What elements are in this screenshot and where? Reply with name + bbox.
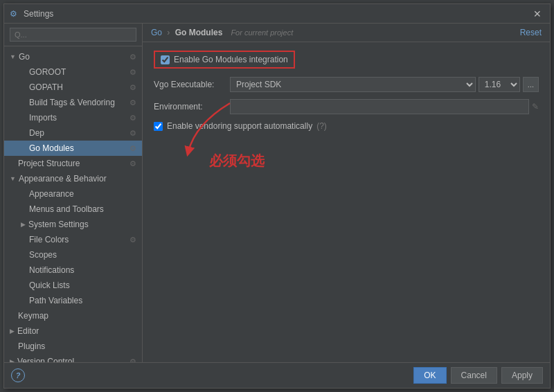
apply-button[interactable]: Apply: [501, 367, 543, 384]
vgo-label: Vgo Executable:: [154, 80, 230, 89]
sidebar-item-label: Dep: [29, 128, 44, 138]
gear-icon: ⚙: [129, 53, 136, 62]
sidebar-item-label: GOPATH: [29, 82, 63, 92]
content-area: ▼ Go⚙GOROOT⚙GOPATH⚙Build Tags & Vendorin…: [4, 24, 550, 362]
sidebar-item-keymap[interactable]: Keymap: [4, 308, 142, 323]
enable-modules-highlight: Enable Go Modules integration: [154, 51, 295, 69]
cancel-button[interactable]: Cancel: [451, 367, 497, 384]
sidebar-item-label: Editor: [17, 326, 39, 336]
vendoring-help-icon[interactable]: (?): [316, 121, 327, 131]
tree-container: ▼ Go⚙GOROOT⚙GOPATH⚙Build Tags & Vendorin…: [4, 46, 142, 362]
sidebar-item-label: Appearance & Behavior: [19, 174, 107, 184]
sidebar-item-quick-lists[interactable]: Quick Lists: [4, 278, 142, 293]
sidebar-item-notifications[interactable]: Notifications: [4, 262, 142, 278]
left-panel: ▼ Go⚙GOROOT⚙GOPATH⚙Build Tags & Vendorin…: [4, 24, 143, 362]
sidebar-item-go[interactable]: ▼ Go⚙: [4, 49, 142, 64]
sidebar-item-imports[interactable]: Imports⚙: [4, 110, 142, 125]
gear-icon: ⚙: [129, 235, 136, 244]
sidebar-item-label: Project Structure: [18, 159, 80, 168]
reset-button[interactable]: Reset: [520, 28, 542, 37]
right-content: Enable Go Modules integration Vgo Execut…: [143, 42, 550, 362]
gear-icon: ⚙: [129, 114, 136, 123]
sidebar-item-label: Notifications: [29, 265, 74, 275]
gear-icon: ⚙: [129, 68, 136, 77]
sidebar-item-scopes[interactable]: Scopes: [4, 247, 142, 262]
sidebar-item-label: File Colors: [29, 235, 69, 244]
environment-input-container: ✎: [230, 99, 539, 114]
sidebar-item-label: GOROOT: [29, 67, 66, 77]
sidebar-item-label: Go Modules: [29, 143, 74, 153]
enable-vendoring-checkbox[interactable]: [154, 122, 163, 131]
breadcrumb-go[interactable]: Go: [151, 28, 162, 37]
sidebar-item-dep[interactable]: Dep⚙: [4, 125, 142, 141]
sidebar-item-label: Keymap: [18, 311, 48, 321]
vgo-input-container: Project SDK 1.16 ...: [230, 77, 539, 92]
sidebar-item-gopath[interactable]: GOPATH⚙: [4, 80, 142, 95]
sidebar-item-label: Build Tags & Vendoring: [29, 98, 115, 107]
sidebar-item-build-tags[interactable]: Build Tags & Vendoring⚙: [4, 95, 142, 110]
tree-arrow: ▼: [10, 53, 16, 60]
for-current-project: For current project: [231, 28, 293, 37]
tree-arrow: ▶: [21, 221, 26, 228]
search-input[interactable]: [10, 28, 136, 42]
sidebar-item-path-variables[interactable]: Path Variables: [4, 293, 142, 308]
sidebar-item-appearance[interactable]: Appearance: [4, 186, 142, 202]
sidebar-item-system-settings[interactable]: ▶ System Settings: [4, 217, 142, 232]
gear-icon: ⚙: [129, 357, 136, 363]
vgo-version-select[interactable]: 1.16: [479, 77, 520, 92]
ok-button[interactable]: OK: [413, 367, 446, 384]
sidebar-item-go-modules[interactable]: Go Modules⚙: [4, 141, 142, 156]
tree-arrow: ▼: [10, 175, 16, 182]
sidebar-item-label: Plugins: [18, 341, 45, 351]
title-bar: ⚙ Settings ✕: [4, 4, 550, 24]
dialog-title: Settings: [24, 9, 530, 19]
enable-modules-label: Enable Go Modules integration: [174, 55, 288, 64]
sidebar-item-label: Version Control: [17, 357, 74, 362]
gear-icon: ⚙: [129, 83, 136, 92]
sidebar-item-label: Go: [19, 52, 30, 62]
gear-icon: ⚙: [129, 159, 136, 168]
environment-input[interactable]: [230, 99, 529, 114]
bottom-bar: ? OK Cancel Apply: [4, 362, 550, 388]
sidebar-item-menus-toolbars[interactable]: Menus and Toolbars: [4, 202, 142, 217]
help-button[interactable]: ?: [11, 368, 25, 382]
right-header: Go › Go Modules For current project Rese…: [143, 24, 550, 42]
sidebar-item-label: Quick Lists: [29, 280, 70, 290]
sidebar-item-label: Menus and Toolbars: [29, 204, 104, 214]
breadcrumb: Go › Go Modules: [151, 28, 222, 37]
right-panel: Go › Go Modules For current project Rese…: [143, 24, 550, 362]
sidebar-item-label: Appearance: [29, 189, 74, 199]
gear-icon: ⚙: [129, 129, 136, 138]
sidebar-item-version-control[interactable]: ▶ Version Control⚙: [4, 354, 142, 362]
gear-icon: ⚙: [129, 98, 136, 107]
sidebar-item-label: Path Variables: [29, 296, 82, 305]
sidebar-item-label: Imports: [29, 113, 57, 123]
settings-dialog: ⚙ Settings ✕ ▼ Go⚙GOROOT⚙GOPATH⚙Build Ta…: [3, 3, 551, 389]
settings-icon: ⚙: [10, 9, 19, 19]
annotation-container: 必须勾选: [209, 152, 539, 170]
sidebar-item-goroot[interactable]: GOROOT⚙: [4, 64, 142, 80]
search-box: [4, 24, 142, 46]
vgo-executable-row: Vgo Executable: Project SDK 1.16 ...: [154, 77, 539, 92]
sidebar-item-label: Scopes: [29, 250, 57, 260]
sidebar-item-file-colors[interactable]: File Colors⚙: [4, 232, 142, 247]
sidebar-item-project-structure[interactable]: Project Structure⚙: [4, 156, 142, 171]
vgo-browse-button[interactable]: ...: [523, 77, 539, 92]
tree-arrow: ▶: [10, 328, 15, 335]
environment-edit-icon[interactable]: ✎: [532, 102, 539, 112]
sidebar-item-editor[interactable]: ▶ Editor: [4, 323, 142, 339]
tree-arrow: ▶: [10, 358, 15, 362]
sidebar-item-label: System Settings: [28, 220, 89, 229]
sidebar-item-plugins[interactable]: Plugins: [4, 339, 142, 354]
enable-modules-row: Enable Go Modules integration: [154, 51, 539, 69]
breadcrumb-separator: ›: [167, 28, 170, 37]
close-button[interactable]: ✕: [530, 7, 544, 21]
breadcrumb-current: Go Modules: [175, 28, 223, 37]
arrow-annotation-svg: [168, 96, 251, 159]
vgo-select[interactable]: Project SDK: [230, 77, 476, 92]
gear-icon: ⚙: [129, 144, 136, 153]
sidebar-item-appearance-behavior[interactable]: ▼ Appearance & Behavior: [4, 171, 142, 186]
enable-modules-checkbox[interactable]: [161, 55, 170, 64]
